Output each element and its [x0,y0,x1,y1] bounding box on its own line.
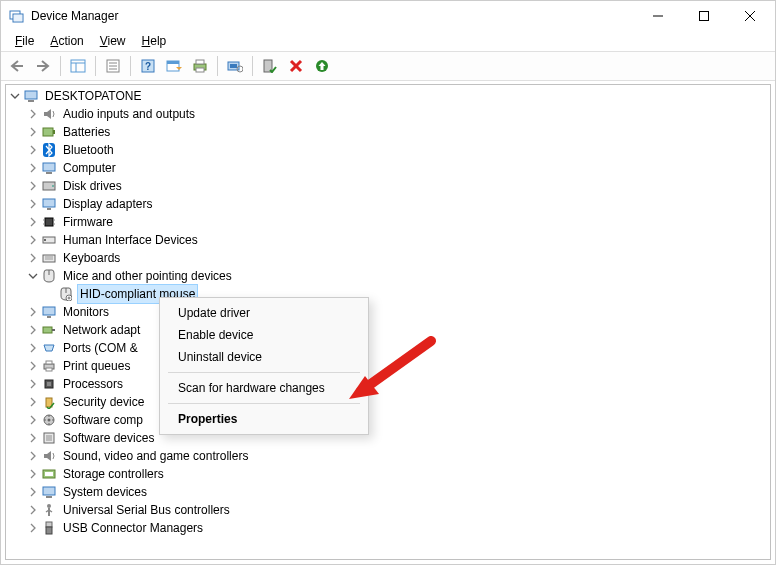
tree-category[interactable]: Bluetooth [6,141,770,159]
tree-device-hid-mouse[interactable]: HID-compliant mouse [6,285,770,303]
menu-file[interactable]: File [7,33,42,49]
menu-action[interactable]: Action [42,33,91,49]
tree-category[interactable]: Keyboards [6,249,770,267]
tree-category[interactable]: Sound, video and game controllers [6,447,770,465]
back-button[interactable] [5,54,29,78]
svg-rect-33 [43,163,55,171]
update-driver-button[interactable] [310,54,334,78]
svg-text:?: ? [145,61,151,72]
show-hide-tree-button[interactable] [66,54,90,78]
tree-category[interactable]: Batteries [6,123,770,141]
tree-root[interactable]: DESKTOPATONE [6,87,770,105]
toolbar-separator [130,56,131,76]
tree-category[interactable]: Software comp [6,411,770,429]
chevron-right-icon[interactable] [26,323,40,337]
toolbar-separator [217,56,218,76]
tree-category[interactable]: Storage controllers [6,465,770,483]
menu-view[interactable]: View [92,33,134,49]
chevron-right-icon[interactable] [26,143,40,157]
tree-category[interactable]: Universal Serial Bus controllers [6,501,770,519]
svg-rect-29 [28,100,34,102]
chevron-right-icon[interactable] [26,215,40,229]
tree-category[interactable]: Network adapt [6,321,770,339]
ctx-uninstall-device[interactable]: Uninstall device [160,346,368,368]
tree-item-label: Computer [61,159,118,177]
computer-icon [23,88,39,104]
help-button[interactable]: ? [136,54,160,78]
enable-device-button[interactable] [258,54,282,78]
ctx-properties[interactable]: Properties [160,408,368,430]
tree-item-label: Firmware [61,213,115,231]
ctx-scan-hardware[interactable]: Scan for hardware changes [160,377,368,399]
chevron-right-icon[interactable] [26,107,40,121]
chevron-right-icon[interactable] [26,431,40,445]
ctx-enable-device[interactable]: Enable device [160,324,368,346]
chevron-right-icon[interactable] [26,467,40,481]
tree-category[interactable]: Monitors [6,303,770,321]
svg-rect-30 [43,128,53,136]
chevron-down-icon[interactable] [8,89,22,103]
tree-category[interactable]: Human Interface Devices [6,231,770,249]
disable-device-button[interactable] [284,54,308,78]
category-icon [41,124,57,140]
properties-button[interactable] [101,54,125,78]
close-button[interactable] [727,1,773,31]
chevron-right-icon[interactable] [26,485,40,499]
tree-item-label: Security device [61,393,146,411]
tree-category[interactable]: Computer [6,159,770,177]
svg-rect-67 [45,472,53,476]
tree-category[interactable]: Firmware [6,213,770,231]
category-icon [41,250,57,266]
svg-rect-20 [196,68,204,72]
scan-hardware-button[interactable] [223,54,247,78]
tree-category[interactable]: Ports (COM & [6,339,770,357]
chevron-right-icon[interactable] [26,377,40,391]
chevron-right-icon[interactable] [26,449,40,463]
category-icon [41,430,57,446]
device-tree[interactable]: DESKTOPATONE Audio inputs and outputs Ba… [6,85,770,539]
tree-item-label: Network adapt [61,321,142,339]
category-icon [41,214,57,230]
svg-rect-68 [43,487,55,495]
maximize-button[interactable] [681,1,727,31]
chevron-right-icon[interactable] [26,161,40,175]
chevron-down-icon[interactable] [26,269,40,283]
category-icon [41,502,57,518]
tree-category[interactable]: Disk drives [6,177,770,195]
svg-point-63 [48,419,51,422]
tree-category[interactable]: Audio inputs and outputs [6,105,770,123]
tree-category[interactable]: Print queues [6,357,770,375]
toolbar-separator [95,56,96,76]
chevron-right-icon[interactable] [26,125,40,139]
chevron-right-icon[interactable] [26,179,40,193]
menu-help[interactable]: Help [134,33,175,49]
category-icon [41,178,57,194]
tree-category[interactable]: System devices [6,483,770,501]
action-button[interactable] [162,54,186,78]
forward-button[interactable] [31,54,55,78]
svg-rect-59 [47,382,51,386]
chevron-right-icon[interactable] [26,305,40,319]
tree-category[interactable]: Processors [6,375,770,393]
category-icon [41,196,57,212]
chevron-right-icon[interactable] [26,233,40,247]
tree-category-mice[interactable]: Mice and other pointing devices [6,267,770,285]
tree-category[interactable]: Security device [6,393,770,411]
chevron-right-icon[interactable] [26,341,40,355]
ctx-update-driver[interactable]: Update driver [160,302,368,324]
chevron-right-icon[interactable] [26,197,40,211]
tree-category[interactable]: Software devices [6,429,770,447]
chevron-right-icon[interactable] [26,395,40,409]
chevron-right-icon[interactable] [26,521,40,535]
tree-item-label: Ports (COM & [61,339,140,357]
tree-category[interactable]: USB Connector Managers [6,519,770,537]
svg-rect-54 [43,327,52,333]
svg-rect-45 [44,239,46,241]
chevron-right-icon[interactable] [26,251,40,265]
chevron-right-icon[interactable] [26,503,40,517]
print-button[interactable] [188,54,212,78]
chevron-right-icon[interactable] [26,413,40,427]
tree-category[interactable]: Display adapters [6,195,770,213]
minimize-button[interactable] [635,1,681,31]
chevron-right-icon[interactable] [26,359,40,373]
